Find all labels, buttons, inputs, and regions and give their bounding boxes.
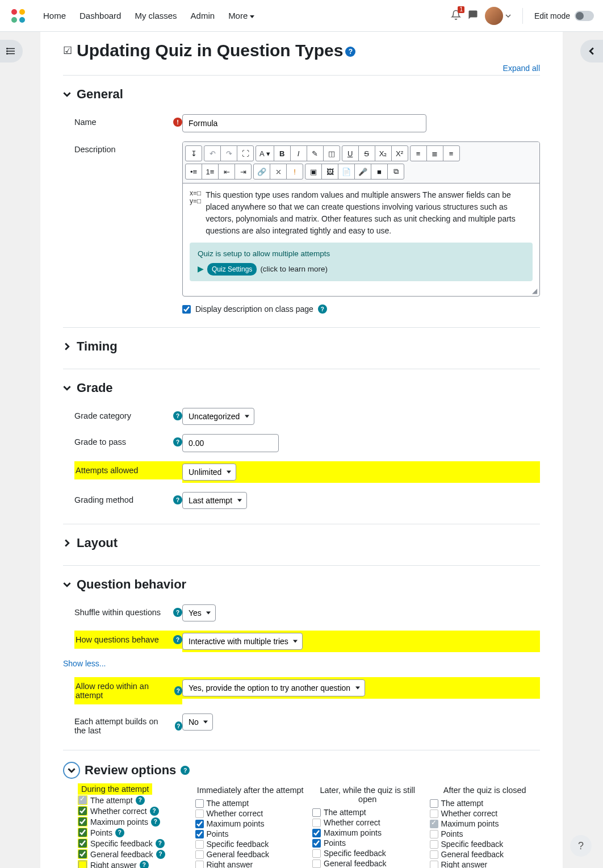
redo-select[interactable]: Yes, provide the option to try another q… (182, 679, 365, 696)
cb-attempt-immed[interactable] (195, 799, 204, 808)
redo-icon[interactable]: ↷ (220, 145, 237, 161)
help-icon[interactable]: ? (173, 437, 182, 446)
editor-body[interactable]: x=□y=□ This question type uses random va… (183, 183, 539, 287)
font-style-icon[interactable]: A ▾ (256, 145, 274, 161)
help-icon[interactable]: ? (173, 635, 182, 644)
nav-dashboard[interactable]: Dashboard (75, 7, 125, 24)
cb-correct-closed (430, 809, 438, 818)
cb-maxpts-during[interactable] (78, 817, 87, 826)
cb-attempt-later[interactable] (312, 808, 321, 817)
cube-icon[interactable]: ◫ (323, 145, 340, 161)
help-icon[interactable]: ? (318, 304, 327, 314)
help-icon[interactable]: ? (151, 817, 160, 827)
help-icon[interactable]: ? (181, 766, 190, 775)
info-title: Quiz is setup to allow multiple attempts (198, 248, 525, 260)
indent-icon[interactable]: ⇥ (235, 164, 252, 180)
svg-point-8 (7, 51, 8, 52)
cb-pts-immed[interactable] (195, 830, 204, 838)
behave-select[interactable]: Interactive with multiple tries (182, 633, 303, 650)
align-center-icon[interactable]: ≣ (426, 145, 443, 161)
top-navbar: Home Dashboard My classes Admin More 1 E… (0, 0, 603, 32)
highlight-icon[interactable]: ✎ (307, 145, 324, 161)
cb-specfb-during[interactable] (78, 839, 87, 848)
mic-icon[interactable]: 🎤 (354, 164, 371, 180)
drawer-left-toggle[interactable] (0, 40, 23, 62)
help-icon[interactable]: ? (136, 796, 145, 805)
show-less-link[interactable]: Show less... (63, 659, 106, 668)
build-select[interactable]: No (182, 713, 213, 731)
help-icon[interactable]: ? (156, 850, 165, 859)
image-icon[interactable]: 🖼 (321, 164, 338, 180)
align-left-icon[interactable]: ≡ (410, 145, 427, 161)
section-toggle-layout[interactable]: Layout (63, 531, 540, 555)
subscript-icon[interactable]: X₂ (375, 145, 392, 161)
number-list-icon[interactable]: 1≡ (202, 164, 219, 180)
italic-icon[interactable]: I (290, 145, 307, 161)
quiz-settings-pill[interactable]: Quiz Settings (207, 263, 257, 276)
strike-icon[interactable]: S (358, 145, 375, 161)
undo-icon[interactable]: ↶ (204, 145, 221, 161)
copy-icon[interactable]: ⧉ (387, 164, 404, 180)
cb-maxpts-immed[interactable] (195, 820, 204, 828)
grade-pass-input[interactable] (182, 434, 279, 452)
notifications-button[interactable]: 1 (451, 10, 461, 22)
warning-icon[interactable]: ! (286, 164, 303, 180)
cb-genfb-immed (195, 850, 204, 859)
cb-maxpts-later[interactable] (312, 829, 321, 837)
fullscreen-icon[interactable]: ⛶ (237, 145, 254, 161)
underline-icon[interactable]: U (342, 145, 359, 161)
help-icon[interactable]: ? (345, 47, 355, 57)
play-icon[interactable]: ▶ (198, 264, 204, 275)
cb-pts-during[interactable] (78, 828, 87, 837)
outdent-icon[interactable]: ⇤ (218, 164, 235, 180)
help-icon[interactable]: ? (174, 686, 182, 695)
bullet-list-icon[interactable]: •≡ (185, 164, 202, 180)
resize-grip-icon[interactable]: ◢ (183, 287, 539, 296)
section-title: General (77, 87, 123, 102)
align-right-icon[interactable]: ≡ (443, 145, 460, 161)
nav-home[interactable]: Home (39, 7, 70, 24)
media-icon[interactable]: ▣ (305, 164, 322, 180)
shuffle-select[interactable]: Yes (182, 604, 216, 621)
footer-help-button[interactable]: ? (570, 835, 592, 857)
cb-pts-later[interactable] (312, 839, 321, 848)
cb-correct-during[interactable] (78, 807, 87, 815)
bold-icon[interactable]: B (274, 145, 291, 161)
file-icon[interactable]: 📄 (338, 164, 355, 180)
superscript-icon[interactable]: X² (391, 145, 408, 161)
grade-category-select[interactable]: Uncategorized (182, 408, 254, 425)
nav-more[interactable]: More (224, 7, 259, 24)
expand-all-link[interactable]: Expand all (503, 64, 540, 73)
nav-admin[interactable]: Admin (186, 7, 220, 24)
section-toggle-general[interactable]: General (63, 82, 540, 106)
video-icon[interactable]: ■ (371, 164, 388, 180)
link-icon[interactable]: 🔗 (253, 164, 270, 180)
help-icon[interactable]: ? (115, 828, 124, 837)
section-toggle-review[interactable]: Review options ? (63, 757, 540, 783)
display-desc-checkbox[interactable] (182, 305, 191, 314)
drawer-right-toggle[interactable] (580, 40, 603, 62)
grading-method-select[interactable]: Last attempt (182, 492, 247, 509)
help-icon[interactable]: ? (173, 411, 182, 420)
help-icon[interactable]: ? (175, 721, 182, 731)
cb-right-during[interactable] (78, 861, 87, 868)
attempts-select[interactable]: Unlimited (182, 464, 236, 481)
unlink-icon[interactable]: ⤫ (270, 164, 287, 180)
help-icon[interactable]: ? (156, 839, 165, 848)
nav-myclasses[interactable]: My classes (130, 7, 181, 24)
toolbar-toggle-icon[interactable]: ↧ (185, 145, 202, 161)
cb-genfb-during[interactable] (78, 850, 87, 858)
cb-attempt-closed[interactable] (430, 799, 438, 808)
section-toggle-grade[interactable]: Grade (63, 376, 540, 400)
user-menu[interactable] (485, 7, 511, 25)
help-icon[interactable]: ? (173, 608, 182, 617)
help-icon[interactable]: ? (150, 807, 159, 816)
edit-mode-toggle[interactable]: Edit mode (534, 11, 594, 21)
section-toggle-qbehavior[interactable]: Question behavior (63, 573, 540, 596)
section-toggle-timing[interactable]: Timing (63, 335, 540, 358)
name-input[interactable] (182, 114, 426, 132)
help-icon[interactable]: ? (140, 861, 149, 868)
messages-button[interactable] (468, 10, 478, 22)
logo[interactable] (9, 7, 27, 25)
help-icon[interactable]: ? (173, 495, 182, 504)
